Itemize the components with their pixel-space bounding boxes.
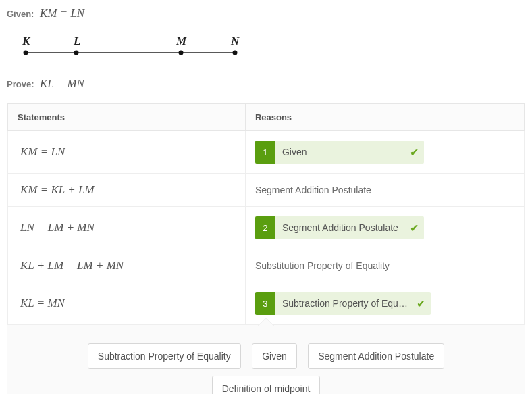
given-row: Given: KM = LN	[7, 7, 525, 20]
svg-text:M: M	[176, 34, 187, 47]
reason-dropzone[interactable]: 2 Segment Addition Postulate ✔	[255, 216, 424, 239]
svg-point-7	[233, 51, 238, 55]
segment-svg: K L M N	[12, 34, 255, 61]
check-icon: ✔	[410, 222, 419, 235]
proof-panel: Statements Reasons KM = LN 1 Given ✔ KM …	[7, 103, 525, 394]
check-icon: ✔	[410, 146, 419, 159]
proof-table: Statements Reasons KM = LN 1 Given ✔ KM …	[7, 103, 525, 325]
reason-number: 2	[255, 216, 275, 239]
choice-button[interactable]: Definition of midpoint	[212, 376, 321, 394]
reason-dropzone[interactable]: 3 Subtraction Property of Equality ✔	[255, 292, 431, 315]
svg-text:N: N	[230, 34, 240, 47]
line-diagram: K L M N	[12, 34, 525, 64]
statement-text: KM = LN	[20, 145, 65, 158]
statement-text: LN = LM + MN	[20, 221, 95, 234]
check-icon: ✔	[417, 297, 425, 310]
reason-text: Subtraction Property of Equality	[275, 298, 431, 309]
prove-row: Prove: KL = MN	[7, 77, 525, 91]
table-row: KL + LM = LM + MN Substitution Property …	[8, 249, 525, 282]
point-K: K	[22, 34, 31, 55]
choice-button[interactable]: Subtraction Property of Equality	[88, 343, 241, 369]
prove-expression: KL = MN	[40, 77, 84, 90]
svg-point-5	[179, 51, 184, 55]
table-row: KM = KL + LM Segment Addition Postulate	[8, 174, 525, 207]
reason-dropzone[interactable]: 1 Given ✔	[255, 141, 424, 164]
point-L: L	[73, 34, 80, 55]
statement-text: KL = MN	[20, 297, 65, 310]
point-M: M	[176, 34, 187, 55]
table-row: LN = LM + MN 2 Segment Addition Postulat…	[8, 207, 525, 249]
reason-text: Given	[275, 147, 424, 157]
given-label: Given:	[7, 9, 34, 19]
table-row: KM = LN 1 Given ✔	[8, 131, 525, 174]
reason-text: Segment Addition Postulate	[255, 184, 371, 195]
svg-text:L: L	[73, 34, 80, 47]
choices-container: Subtraction Property of Equality Given S…	[7, 325, 525, 394]
svg-point-3	[74, 51, 79, 55]
reason-text: Substitution Property of Equality	[255, 260, 390, 271]
reasons-header: Reasons	[245, 104, 524, 131]
reason-text: Segment Addition Postulate	[275, 222, 424, 233]
statement-text: KM = KL + LM	[20, 183, 95, 196]
choice-button[interactable]: Given	[252, 343, 297, 369]
point-N: N	[230, 34, 240, 55]
statement-text: KL + LM = LM + MN	[20, 259, 124, 272]
given-expression: KM = LN	[40, 7, 84, 20]
svg-point-1	[24, 51, 28, 55]
reason-number: 1	[255, 141, 275, 164]
reason-number: 3	[255, 292, 275, 315]
svg-text:K: K	[22, 34, 31, 47]
choice-button[interactable]: Segment Addition Postulate	[308, 343, 444, 369]
statements-header: Statements	[8, 104, 246, 131]
prove-label: Prove:	[7, 79, 34, 89]
